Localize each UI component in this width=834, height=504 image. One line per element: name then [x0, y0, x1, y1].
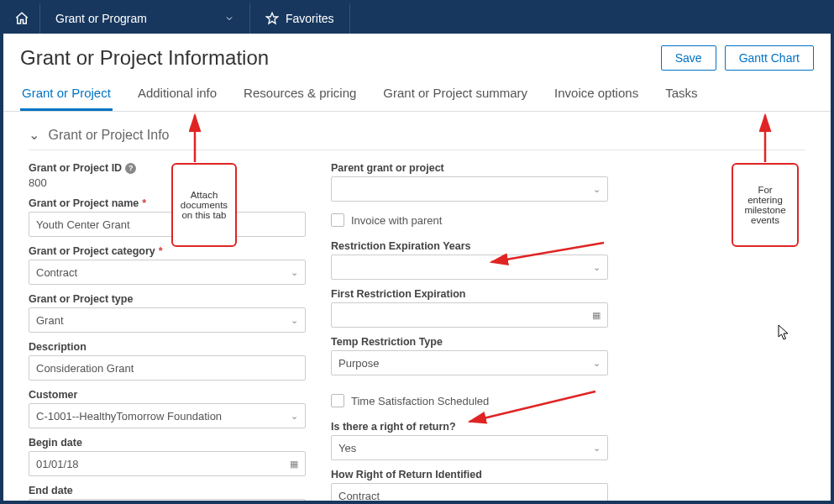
chevron-down-icon: ⌄	[593, 262, 601, 273]
program-menu[interactable]: Grant or Program	[40, 3, 250, 34]
field-time-satisfaction: Time Satisfaction Scheduled	[331, 394, 608, 407]
project-type-select[interactable]: Grant⌄	[29, 307, 306, 333]
callout-attach-documents: Attach documents on this tab	[171, 163, 237, 247]
form-content: ⌄ Grant or Project Info Grant or Project…	[3, 112, 831, 504]
field-project-id: Grant or Project ID ? 800	[29, 162, 306, 189]
customer-label: Customer	[29, 389, 77, 401]
chevron-down-icon: ⌄	[291, 315, 298, 326]
tab-additional-info[interactable]: Additional info	[136, 79, 218, 111]
project-id-value: 800	[29, 176, 306, 189]
field-ror-identified: How Right of Return Identified Contract	[331, 469, 608, 504]
temp-restriction-select[interactable]: Purpose⌄	[331, 350, 608, 375]
begin-date-label: Begin date	[29, 437, 82, 449]
header-actions: Save Gantt Chart	[661, 45, 814, 71]
time-satisfaction-checkbox[interactable]	[331, 394, 344, 407]
chevron-down-icon: ⌄	[593, 184, 601, 195]
calendar-icon: ▦	[290, 459, 298, 470]
customer-select[interactable]: C-1001--HealthyTomorrow Foundation⌄	[29, 403, 306, 428]
favorites-menu[interactable]: Favorites	[250, 3, 350, 34]
program-menu-label: Grant or Program	[55, 12, 147, 25]
form-columns: Grant or Project ID ? 800 Grant or Proje…	[29, 162, 805, 504]
tab-invoice-options[interactable]: Invoice options	[553, 79, 640, 111]
project-type-label: Grant or Project type	[29, 293, 133, 305]
end-date-label: End date	[29, 485, 73, 496]
project-name-label: Grant or Project name	[29, 197, 139, 209]
restriction-years-select[interactable]: ⌄	[331, 255, 608, 280]
help-icon[interactable]: ?	[125, 163, 136, 174]
field-invoice-with-parent: Invoice with parent	[331, 213, 608, 227]
field-temp-restriction: Temp Restriction Type Purpose⌄	[331, 336, 608, 375]
field-first-restriction: First Restriction Expiration ▦	[331, 288, 608, 328]
project-category-select[interactable]: Contract⌄	[29, 260, 306, 285]
save-button[interactable]: Save	[661, 45, 716, 71]
gantt-chart-button[interactable]: Gantt Chart	[725, 45, 814, 71]
chevron-down-icon: ⌄	[593, 358, 601, 369]
invoice-with-parent-checkbox[interactable]	[331, 213, 344, 227]
tab-grant-or-project[interactable]: Grant or Project	[20, 79, 113, 111]
field-end-date: End date 12/31/19▦	[29, 485, 306, 504]
invoice-with-parent-label: Invoice with parent	[351, 214, 442, 227]
section-title: Grant or Project Info	[48, 128, 169, 142]
description-input[interactable]: Consideration Grant	[29, 355, 306, 381]
left-column: Grant or Project ID ? 800 Grant or Proje…	[29, 162, 306, 504]
right-of-return-select[interactable]: Yes⌄	[331, 435, 608, 460]
first-restriction-input[interactable]: ▦	[331, 302, 608, 328]
field-project-category: Grant or Project category * Contract⌄	[29, 245, 306, 285]
callout-milestone-events: For entering milestone events	[732, 163, 799, 247]
ror-identified-input[interactable]: Contract	[331, 483, 608, 504]
tab-tasks[interactable]: Tasks	[664, 79, 699, 111]
field-customer: Customer C-1001--HealthyTomorrow Foundat…	[29, 389, 306, 428]
right-of-return-label: Is there a right of return?	[331, 421, 456, 433]
chevron-down-icon: ⌄	[593, 443, 601, 454]
tab-resources-pricing[interactable]: Resources & pricing	[242, 79, 358, 111]
home-icon	[14, 11, 29, 26]
field-description: Description Consideration Grant	[29, 341, 306, 381]
top-nav-bar: Grant or Program Favorites	[3, 3, 831, 34]
page-title: Grant or Project Information	[20, 46, 269, 70]
field-project-type: Grant or Project type Grant⌄	[29, 293, 306, 333]
first-restriction-label: First Restriction Expiration	[331, 288, 465, 300]
chevron-down-icon	[224, 13, 234, 24]
restriction-years-label: Restriction Expiration Years	[331, 240, 471, 252]
right-column: Parent grant or project ⌄ Invoice with p…	[331, 162, 608, 504]
favorites-label: Favorites	[286, 12, 334, 25]
begin-date-input[interactable]: 01/01/18▦	[29, 451, 306, 476]
field-right-of-return: Is there a right of return? Yes⌄	[331, 421, 608, 460]
section-header[interactable]: ⌄ Grant or Project Info	[29, 122, 805, 150]
temp-restriction-label: Temp Restriction Type	[331, 336, 443, 348]
star-icon	[265, 12, 279, 25]
chevron-down-icon: ⌄	[29, 127, 39, 143]
parent-project-label: Parent grant or project	[331, 162, 444, 174]
field-restriction-years: Restriction Expiration Years ⌄	[331, 240, 608, 280]
tab-grant-project-summary[interactable]: Grant or Project summary	[381, 79, 529, 111]
field-begin-date: Begin date 01/01/18▦	[29, 437, 306, 476]
parent-project-select[interactable]: ⌄	[331, 176, 608, 202]
project-category-label: Grant or Project category	[29, 245, 155, 257]
project-id-label: Grant or Project ID	[29, 162, 122, 174]
chevron-down-icon: ⌄	[291, 411, 298, 422]
field-parent-project: Parent grant or project ⌄	[331, 162, 608, 202]
time-satisfaction-label: Time Satisfaction Scheduled	[351, 395, 489, 407]
field-project-name: Grant or Project name * Youth Center Gra…	[29, 197, 306, 237]
required-marker: *	[159, 245, 163, 257]
project-name-input[interactable]: Youth Center Grant	[29, 212, 306, 237]
chevron-down-icon: ⌄	[291, 267, 298, 278]
description-label: Description	[29, 341, 87, 353]
page-header: Grant or Project Information Save Gantt …	[3, 34, 831, 79]
calendar-icon: ▦	[592, 310, 601, 321]
end-date-input[interactable]: 12/31/19▦	[29, 499, 306, 504]
ror-identified-label: How Right of Return Identified	[331, 469, 482, 480]
required-marker: *	[142, 197, 146, 209]
tab-bar: Grant or Project Additional info Resourc…	[3, 79, 831, 112]
home-button[interactable]	[3, 3, 40, 34]
